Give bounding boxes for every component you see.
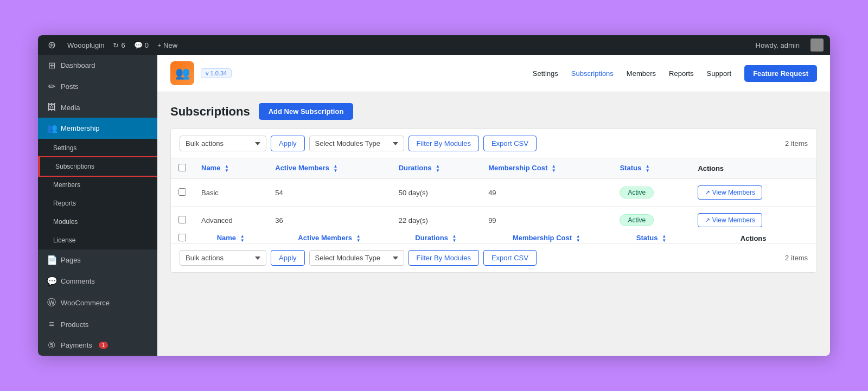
footer-name[interactable]: Name ▲▼ [194, 234, 267, 243]
row-actions-1: View Members [690, 179, 816, 207]
nav-settings[interactable]: Settings [533, 69, 558, 78]
sidebar-item-members[interactable]: Members [38, 176, 157, 194]
admin-bar: ⊛ Woooplugin ↻ 6 💬 0 + New Howdy, admin [38, 35, 830, 55]
products-icon: ≡ [47, 319, 56, 329]
view-members-button-2[interactable]: View Members [698, 213, 762, 227]
row-membership-cost-1: 49 [481, 179, 612, 207]
updates-button[interactable]: ↻ 6 [113, 41, 125, 49]
filter-by-modules-button-top[interactable]: Filter By Modules [409, 136, 479, 151]
sidebar-item-subscriptions[interactable]: Subscriptions [38, 157, 157, 176]
footer-select-all-checkbox[interactable] [178, 234, 186, 241]
view-members-button-1[interactable]: View Members [698, 185, 762, 200]
sidebar-item-payments[interactable]: ⑤ Payments 1 [38, 335, 157, 356]
durations-sort-icon: ▲▼ [436, 164, 440, 173]
export-csv-button-top[interactable]: Export CSV [483, 136, 537, 151]
table-footer-row: Name ▲▼ Active Members ▲▼ Durations ▲▼ [171, 234, 816, 243]
pages-icon: 📄 [47, 255, 56, 265]
plugin-header: 👥 v 1.0.34 Settings Subscriptions Member… [157, 55, 830, 92]
header-status[interactable]: Status ▲▼ [612, 158, 690, 179]
membership-cost-sort-icon: ▲▼ [552, 164, 556, 173]
row-name-1: Basic [194, 179, 267, 207]
plugin-version: v 1.0.34 [201, 68, 232, 78]
footer-checkbox-col [171, 234, 194, 243]
nav-support[interactable]: Support [707, 69, 732, 78]
footer-durations[interactable]: Durations ▲▼ [391, 234, 481, 243]
row-select-checkbox-2[interactable] [178, 216, 186, 223]
sidebar-label-reports: Reports [53, 200, 76, 207]
row-active-members-1: 54 [267, 179, 391, 207]
select-modules-type-top[interactable]: Select Modules Type [309, 136, 404, 151]
footer-active-members[interactable]: Active Members ▲▼ [267, 234, 391, 243]
table-header-row: Name ▲▼ Active Members ▲▼ Durations ▲▼ [171, 158, 816, 179]
subscriptions-table-card: Bulk actions Apply Select Modules Type F… [170, 129, 817, 273]
sidebar-item-posts[interactable]: ✏ Posts [38, 76, 157, 97]
footer-membership-cost-sort-icon: ▲▼ [576, 234, 580, 243]
feature-request-button[interactable]: Feature Request [744, 65, 817, 82]
sidebar-item-pages[interactable]: 📄 Pages [38, 249, 157, 271]
nav-reports[interactable]: Reports [669, 69, 694, 78]
apply-button-top[interactable]: Apply [271, 136, 305, 151]
header-checkbox-col [171, 158, 194, 179]
sidebar-item-reports[interactable]: Reports [38, 194, 157, 213]
row-select-checkbox-1[interactable] [178, 188, 186, 196]
apply-button-bottom[interactable]: Apply [271, 250, 305, 266]
row-status-1: Active [612, 179, 690, 207]
nav-members[interactable]: Members [627, 69, 656, 78]
posts-icon: ✏ [47, 81, 56, 92]
comments-button[interactable]: 💬 0 [134, 41, 149, 49]
membership-submenu: Settings Subscriptions Members Reports M… [38, 139, 157, 249]
table-row: Advanced 36 22 day(s) 99 Active View Mem… [171, 207, 816, 234]
bulk-actions-select-bottom[interactable]: Bulk actions [180, 250, 266, 266]
sidebar-item-media[interactable]: 🖼 Media [38, 97, 157, 118]
nav-subscriptions[interactable]: Subscriptions [571, 69, 614, 78]
sidebar-item-settings[interactable]: Settings [38, 139, 157, 157]
payments-badge: 1 [99, 342, 108, 349]
content-area: 👥 v 1.0.34 Settings Subscriptions Member… [157, 55, 830, 356]
filter-by-modules-button-bottom[interactable]: Filter By Modules [409, 250, 479, 266]
footer-durations-sort-icon: ▲▼ [452, 234, 457, 243]
sidebar-label-dashboard: Dashboard [61, 61, 95, 69]
row-durations-2: 22 day(s) [391, 207, 481, 234]
sidebar-label-subscriptions: Subscriptions [55, 163, 94, 170]
bulk-actions-select-top[interactable]: Bulk actions [180, 136, 266, 151]
export-csv-button-bottom[interactable]: Export CSV [483, 250, 537, 266]
sidebar-item-license[interactable]: License [38, 231, 157, 249]
sidebar-label-posts: Posts [61, 82, 79, 91]
sidebar-item-woocommerce[interactable]: Ⓦ WooCommerce [38, 292, 157, 314]
sidebar-label-pages: Pages [61, 256, 81, 264]
sidebar-item-modules[interactable]: Modules [38, 213, 157, 231]
footer-name-sort-icon: ▲▼ [240, 234, 245, 243]
page-title: Subscriptions [170, 105, 250, 119]
wp-logo-icon[interactable]: ⊛ [44, 38, 59, 52]
status-badge-2: Active [620, 214, 654, 226]
footer-active-members-sort-icon: ▲▼ [356, 234, 361, 243]
sidebar-label-woocommerce: WooCommerce [61, 299, 110, 307]
select-modules-type-bottom[interactable]: Select Modules Type [309, 250, 404, 266]
howdy-text: Howdy, admin [756, 41, 800, 49]
item-count-top: 2 items [785, 139, 808, 148]
status-badge-1: Active [620, 187, 654, 198]
subscriptions-table: Name ▲▼ Active Members ▲▼ Durations ▲▼ [171, 158, 816, 243]
header-name[interactable]: Name ▲▼ [194, 158, 267, 179]
table-row: Basic 54 50 day(s) 49 Active View Member… [171, 179, 816, 207]
sidebar-label-payments: Payments [61, 341, 92, 349]
status-sort-icon: ▲▼ [646, 164, 650, 173]
sidebar-label-products: Products [61, 321, 88, 329]
active-members-sort-icon: ▲▼ [334, 164, 338, 173]
dashboard-icon: ⊞ [47, 60, 56, 70]
header-membership-cost[interactable]: Membership Cost ▲▼ [481, 158, 612, 179]
sidebar-item-dashboard[interactable]: ⊞ Dashboard [38, 55, 157, 76]
new-button[interactable]: + New [157, 41, 177, 49]
header-active-members[interactable]: Active Members ▲▼ [267, 158, 391, 179]
sidebar-item-products[interactable]: ≡ Products [38, 314, 157, 335]
footer-membership-cost[interactable]: Membership Cost ▲▼ [481, 234, 612, 243]
sidebar-item-comments[interactable]: 💬 Comments [38, 271, 157, 292]
woocommerce-icon: Ⓦ [47, 297, 56, 309]
site-name[interactable]: Woooplugin [67, 41, 104, 49]
select-all-checkbox[interactable] [178, 164, 186, 171]
footer-status[interactable]: Status ▲▼ [612, 234, 690, 243]
sidebar-item-membership[interactable]: 👥 Membership [38, 118, 157, 139]
header-durations[interactable]: Durations ▲▼ [391, 158, 481, 179]
footer-actions: Actions [690, 234, 816, 243]
add-new-subscription-button[interactable]: Add New Subscription [259, 103, 354, 120]
